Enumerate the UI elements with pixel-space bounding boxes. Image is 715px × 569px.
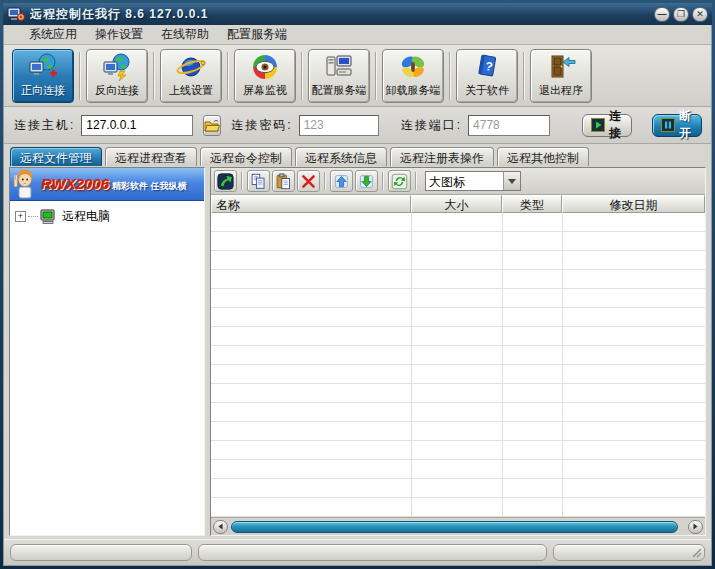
connect-button[interactable]: 连 接	[582, 114, 632, 137]
copy-button[interactable]	[247, 170, 270, 192]
tab-remote-file-manager[interactable]: 远程文件管理	[10, 147, 102, 166]
resize-grip-icon[interactable]	[692, 548, 702, 558]
open-folder-icon	[204, 119, 220, 132]
menu-configure-server[interactable]: 配置服务端	[220, 24, 294, 45]
view-mode-select[interactable]: 大图标	[425, 171, 521, 191]
toolbar-button-screen-monitor[interactable]: 屏幕监视	[234, 49, 296, 103]
tab-remote-system-info[interactable]: 远程系统信息	[295, 147, 387, 166]
uninstall-server-icon	[398, 53, 428, 81]
view-mode-dropdown-button[interactable]	[503, 172, 520, 190]
paste-button[interactable]	[272, 170, 295, 192]
toolbar-button-forward-connect[interactable]: 正向连接	[12, 49, 74, 103]
toolbar-button-online-settings[interactable]: 上线设置	[160, 49, 222, 103]
horizontal-scrollbar[interactable]	[211, 517, 705, 535]
tree-item-remote-computer[interactable]: + 远程电脑	[15, 208, 199, 225]
app-window: 远程控制任我行 8.6 127.0.0.1 — ❐ ✕ 系统应用 操作设置 在线…	[0, 0, 715, 569]
column-header-name[interactable]: 名称	[211, 195, 411, 213]
scrollbar-track[interactable]	[230, 520, 686, 534]
toolbar-button-uninstall-server[interactable]: 卸载服务端	[382, 49, 444, 103]
grid-vline	[562, 213, 563, 517]
tree-expand-toggle[interactable]: +	[15, 211, 26, 222]
column-header-size[interactable]: 大小	[411, 195, 502, 213]
toolbar-separator	[375, 52, 377, 100]
tab-strip: 远程文件管理 远程进程查看 远程命令控制 远程系统信息 远程注册表操作 远程其他…	[4, 144, 711, 166]
sidebar: RWX2006精彩软件 任我纵横 + 远程电脑	[9, 167, 205, 536]
browse-hosts-button[interactable]	[203, 115, 221, 136]
app-icon	[7, 6, 25, 22]
connection-bar: 连接主机: 连接密码: 连接端口: 连 接 断 开	[4, 107, 711, 144]
toolbar-button-label: 卸载服务端	[386, 83, 441, 98]
column-headers: 名称 大小 类型 修改日期	[211, 195, 705, 213]
about-software-icon: ?	[472, 53, 502, 81]
sidebar-banner: RWX2006精彩软件 任我纵横	[10, 168, 204, 201]
chevron-down-icon	[508, 179, 516, 188]
toolbar-button-label: 反向连接	[95, 83, 139, 98]
scroll-left-button[interactable]	[213, 520, 228, 534]
grid-vline	[411, 213, 412, 517]
scroll-right-button[interactable]	[688, 520, 703, 534]
host-label: 连接主机:	[14, 117, 75, 134]
toolbar-button-exit[interactable]: 退出程序	[530, 49, 592, 103]
file-panel: 大图标 名称 大小 类型 修改日期	[210, 167, 706, 536]
banner-logo: RWX2006	[41, 175, 109, 192]
tree-item-label: 远程电脑	[62, 208, 110, 225]
menu-online-help[interactable]: 在线帮助	[154, 24, 216, 45]
refresh-icon	[391, 173, 408, 190]
file-list[interactable]	[211, 213, 705, 517]
tab-remote-command-control[interactable]: 远程命令控制	[200, 147, 292, 166]
upload-button[interactable]	[330, 170, 353, 192]
column-header-modified-date[interactable]: 修改日期	[562, 195, 705, 213]
delete-button[interactable]	[297, 170, 320, 192]
screen-monitor-icon	[250, 53, 280, 81]
toolbar-button-label: 上线设置	[169, 83, 213, 98]
port-input[interactable]	[468, 115, 550, 136]
titlebar[interactable]: 远程控制任我行 8.6 127.0.0.1 — ❐ ✕	[3, 3, 712, 25]
play-icon	[591, 118, 605, 132]
toolbar-button-reverse-connect[interactable]: 反向连接	[86, 49, 148, 103]
disconnect-button-label: 断 开	[679, 108, 693, 142]
scrollbar-thumb[interactable]	[231, 521, 678, 533]
tab-remote-registry[interactable]: 远程注册表操作	[390, 147, 494, 166]
window-controls: — ❐ ✕	[654, 7, 708, 22]
maximize-button[interactable]: ❐	[673, 7, 689, 22]
statusbar-panel-3	[553, 544, 705, 561]
toolbar-button-about[interactable]: ? 关于软件	[456, 49, 518, 103]
host-input[interactable]	[81, 115, 193, 136]
view-mode-value: 大图标	[426, 172, 503, 190]
minimize-button[interactable]: —	[654, 7, 670, 22]
scroll-right-icon	[692, 523, 699, 530]
file-toolbar-separator	[241, 172, 243, 190]
online-settings-icon	[176, 53, 206, 81]
file-toolbar-separator	[382, 172, 384, 190]
disconnect-button[interactable]: 断 开	[652, 114, 702, 137]
toolbar-separator	[449, 52, 451, 100]
go-back-button[interactable]	[214, 170, 237, 192]
toolbar-button-configure-server[interactable]: 配置服务端	[308, 49, 370, 103]
copy-icon	[250, 173, 267, 190]
password-label: 连接密码:	[231, 117, 292, 134]
banner-text: RWX2006精彩软件 任我纵横	[41, 175, 187, 193]
toolbar-button-label: 退出程序	[539, 83, 583, 98]
statusbar-panel-2	[198, 544, 547, 561]
remote-computer-tree[interactable]: + 远程电脑	[10, 201, 204, 535]
column-header-type[interactable]: 类型	[502, 195, 562, 213]
menu-operation-settings[interactable]: 操作设置	[88, 24, 150, 45]
go-back-icon	[217, 173, 234, 190]
tab-remote-other-control[interactable]: 远程其他控制	[497, 147, 589, 166]
paste-icon	[275, 173, 292, 190]
menu-system[interactable]: 系统应用	[22, 24, 84, 45]
tree-connector-line	[28, 216, 38, 217]
toolbar-separator	[301, 52, 303, 100]
toolbar-button-label: 配置服务端	[312, 83, 367, 98]
file-toolbar-separator	[415, 172, 417, 190]
forward-connect-icon	[28, 53, 58, 81]
password-input[interactable]	[299, 115, 379, 136]
tab-remote-process-view[interactable]: 远程进程查看	[105, 147, 197, 166]
scroll-left-icon	[217, 523, 224, 530]
main-toolbar: 正向连接 反向连接 上线设置	[4, 45, 711, 107]
toolbar-separator	[523, 52, 525, 100]
refresh-button[interactable]	[388, 170, 411, 192]
download-button[interactable]	[355, 170, 378, 192]
close-button[interactable]: ✕	[692, 7, 708, 22]
file-toolbar: 大图标	[211, 168, 705, 195]
